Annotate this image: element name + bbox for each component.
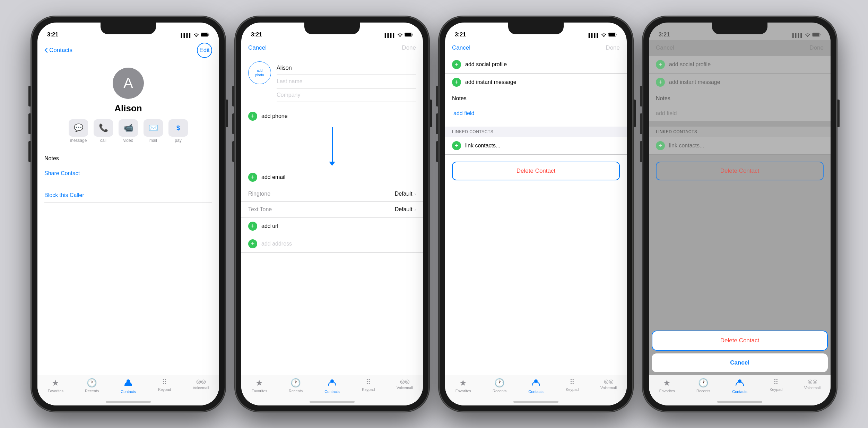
home-indicator-2 [310, 401, 355, 403]
ringtone-value-text: Default [395, 191, 413, 197]
tab-recents-3[interactable]: 🕐 Recents [481, 378, 518, 393]
tab-contacts-2[interactable]: Contacts [314, 378, 350, 394]
add-instant-label-3: add instant message [465, 79, 517, 85]
edit-button[interactable]: Edit [197, 43, 212, 58]
nav-bar-4: Cancel Done [649, 40, 831, 56]
battery-icon-2 [405, 33, 413, 38]
add-address-row[interactable]: + add address [241, 235, 423, 253]
add-photo-button[interactable]: addphoto [248, 61, 271, 84]
wifi-icon-2 [397, 33, 403, 38]
tab-contacts-4[interactable]: Contacts [722, 378, 758, 394]
texttone-chevron-icon: › [414, 207, 416, 212]
battery-icon-3 [608, 33, 617, 38]
call-action[interactable]: 📞 call [94, 119, 113, 143]
tab-recents-1[interactable]: 🕐 Recents [74, 378, 110, 393]
link-contacts-row-3[interactable]: + link contacts... [445, 137, 627, 155]
first-name-field[interactable]: Alison [277, 61, 416, 75]
add-social-icon-4: + [656, 60, 665, 69]
delete-contact-btn-3[interactable]: Delete Contact [452, 162, 620, 180]
add-email-label: add email [261, 174, 285, 180]
home-indicator-4 [717, 401, 762, 403]
edit-photo-area-2: addphoto Alison Last name Company [241, 56, 423, 108]
add-email-row[interactable]: + add email [241, 169, 423, 186]
add-phone-row[interactable]: + add phone [241, 108, 423, 125]
recents-label-1: Recents [85, 389, 99, 393]
home-indicator-1 [106, 401, 151, 403]
tab-contacts-1[interactable]: Contacts [110, 378, 147, 394]
share-contact-row[interactable]: Share Contact [44, 166, 212, 181]
wifi-icon-4 [805, 33, 810, 38]
tab-recents-4[interactable]: 🕐 Recents [685, 378, 722, 393]
notes-section-3: Notes [445, 91, 627, 106]
phone-1: 3:21 ▌▌▌▌ Contacts Edit [31, 16, 225, 412]
action-sheet-container-4: Delete Contact [652, 331, 828, 351]
voicemail-label-1: Voicemail [193, 386, 209, 390]
add-social-row-3[interactable]: + add social profile [445, 56, 627, 74]
last-name-field[interactable]: Last name [277, 75, 416, 88]
tab-keypad-4[interactable]: ⠿ Keypad [758, 378, 794, 392]
status-time-4: 3:21 [659, 32, 670, 38]
texttone-row[interactable]: Text Tone Default › [241, 202, 423, 217]
ringtone-row[interactable]: Ringtone Default › [241, 186, 423, 202]
video-action[interactable]: 📹 video [119, 119, 138, 143]
svg-rect-1 [201, 33, 208, 36]
tab-favorites-3[interactable]: ★ Favorites [445, 378, 481, 393]
contacts-icon-4 [735, 378, 744, 388]
tab-recents-2[interactable]: 🕐 Recents [278, 378, 314, 393]
battery-icon-1 [201, 33, 209, 38]
mail-action[interactable]: ✉️ mail [144, 119, 163, 143]
tab-keypad-3[interactable]: ⠿ Keypad [554, 378, 590, 392]
add-social-label-3: add social profile [465, 61, 507, 68]
tab-keypad-1[interactable]: ⠿ Keypad [146, 378, 183, 392]
contact-header-1: A Alison 💬 message 📞 call 📹 video [37, 61, 219, 151]
content-area-1: Notes Share Contact Block this Caller [37, 151, 219, 203]
status-icons-3: ▌▌▌▌ [589, 33, 617, 38]
contacts-label-4: Contacts [732, 390, 747, 394]
ringtone-label: Ringtone [248, 191, 270, 197]
back-contacts-button[interactable]: Contacts [44, 47, 72, 54]
cancel-action-label-4: Cancel [730, 359, 749, 366]
add-url-row[interactable]: + add url [241, 217, 423, 235]
pay-action[interactable]: $ pay [168, 119, 188, 143]
tab-keypad-2[interactable]: ⠿ Keypad [350, 378, 387, 392]
add-field-row-3[interactable]: add field [445, 106, 627, 121]
tab-favorites-2[interactable]: ★ Favorites [241, 378, 278, 393]
done-button-3[interactable]: Done [606, 44, 620, 51]
signal-icon-3: ▌▌▌▌ [589, 33, 599, 37]
tab-contacts-3[interactable]: Contacts [518, 378, 554, 394]
linked-contacts-header-3: LINKED CONTACTS [445, 127, 627, 137]
tab-voicemail-2[interactable]: ◎◎ Voicemail [387, 378, 423, 390]
voicemail-icon-4: ◎◎ [808, 378, 817, 385]
add-url-label: add url [261, 223, 278, 229]
voicemail-icon-3: ◎◎ [604, 378, 614, 385]
tab-voicemail-4[interactable]: ◎◎ Voicemail [794, 378, 831, 390]
cancel-button-2[interactable]: Cancel [248, 44, 267, 51]
video-icon: 📹 [119, 119, 138, 137]
notes-text-4-bg: Notes [656, 95, 670, 101]
tab-favorites-1[interactable]: ★ Favorites [37, 378, 74, 393]
texttone-value: Default › [395, 206, 416, 213]
block-caller-row[interactable]: Block this Caller [44, 188, 212, 203]
message-action[interactable]: 💬 message [69, 119, 88, 143]
delete-label-bg-4: Delete Contact [720, 168, 759, 174]
svg-rect-13 [813, 33, 819, 36]
done-label-4-bg: Done [809, 44, 824, 51]
company-field[interactable]: Company [277, 88, 416, 102]
keypad-icon-4: ⠿ [773, 378, 779, 386]
delete-action-btn-4[interactable]: Delete Contact [652, 331, 827, 350]
cancel-action-btn-4[interactable]: Cancel [652, 353, 828, 372]
add-phone-label: add phone [261, 113, 288, 119]
recents-icon-1: 🕐 [87, 378, 97, 388]
tab-voicemail-1[interactable]: ◎◎ Voicemail [183, 378, 219, 390]
tab-favorites-4[interactable]: ★ Favorites [649, 378, 685, 393]
cancel-button-3[interactable]: Cancel [452, 44, 470, 51]
add-instant-row-3[interactable]: + add instant message [445, 74, 627, 91]
tab-voicemail-3[interactable]: ◎◎ Voicemail [590, 378, 627, 390]
block-caller-label: Block this Caller [44, 192, 84, 198]
notch-1 [101, 23, 156, 34]
recents-icon-3: 🕐 [494, 378, 505, 388]
notch-3 [508, 23, 564, 34]
done-button-2[interactable]: Done [402, 44, 416, 51]
add-social-icon-3: + [452, 60, 461, 69]
action-buttons-row: 💬 message 📞 call 📹 video ✉️ mail [69, 119, 188, 143]
